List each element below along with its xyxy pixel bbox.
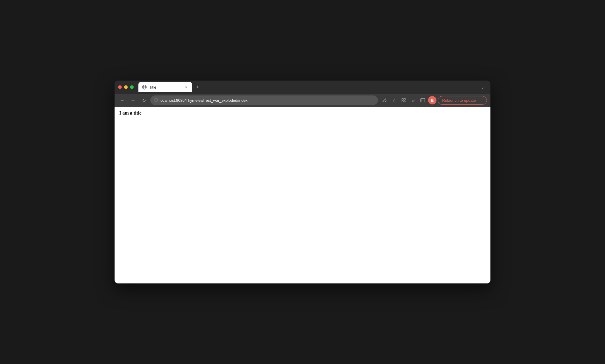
- relaunch-button[interactable]: Relaunch to update ⋮: [438, 96, 487, 105]
- svg-rect-6: [404, 98, 405, 100]
- tab-close-button[interactable]: ×: [184, 85, 189, 90]
- nav-actions: ☆: [380, 96, 487, 105]
- active-tab[interactable]: Title ×: [138, 82, 192, 92]
- reading-list-button[interactable]: [409, 96, 417, 104]
- profile-button[interactable]: E: [428, 96, 436, 104]
- minimize-button[interactable]: [124, 85, 128, 89]
- svg-rect-5: [402, 98, 403, 100]
- tab-list-button[interactable]: ⌄: [479, 83, 487, 91]
- browser-window: Title × + ⌄ ← → ↻ ⓘ ☆: [115, 81, 490, 283]
- relaunch-label: Relaunch to update: [442, 98, 476, 103]
- address-bar-container[interactable]: ⓘ: [150, 95, 378, 105]
- reload-button[interactable]: ↻: [140, 96, 148, 104]
- nav-bar: ← → ↻ ⓘ ☆: [115, 94, 490, 107]
- share-button[interactable]: [380, 96, 389, 104]
- page-heading: I am a title: [119, 110, 486, 116]
- title-bar: Title × + ⌄: [115, 81, 490, 94]
- window-controls: [118, 85, 134, 89]
- svg-rect-12: [421, 98, 425, 102]
- svg-rect-7: [402, 101, 403, 102]
- close-button[interactable]: [118, 85, 122, 89]
- back-button[interactable]: ←: [118, 96, 126, 104]
- more-icon: ⋮: [478, 98, 482, 103]
- maximize-button[interactable]: [130, 85, 134, 89]
- page-content: I am a title: [115, 107, 490, 283]
- tab-favicon-icon: [142, 85, 147, 90]
- extensions-button[interactable]: [399, 96, 408, 104]
- tab-title: Title: [149, 85, 181, 90]
- address-bar[interactable]: [160, 98, 374, 103]
- forward-button[interactable]: →: [129, 96, 137, 104]
- tabs-area: Title × + ⌄: [138, 82, 487, 92]
- address-security-icon: ⓘ: [154, 98, 158, 103]
- new-tab-button[interactable]: +: [193, 83, 202, 91]
- sidebar-button[interactable]: [419, 96, 427, 104]
- bookmark-button[interactable]: ☆: [390, 96, 398, 104]
